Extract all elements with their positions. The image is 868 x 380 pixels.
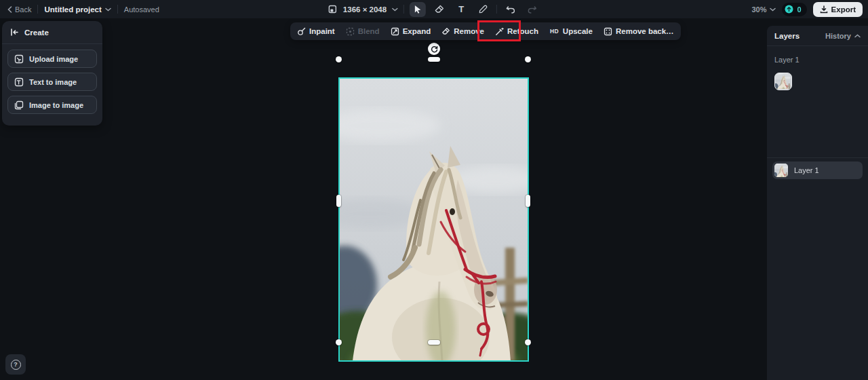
redo-icon [528, 5, 537, 14]
eraser-icon [435, 5, 444, 14]
layers-panel-title: Layers [774, 32, 800, 40]
divider [767, 157, 868, 158]
canvas-resize-icon[interactable] [328, 4, 338, 14]
chevron-left-icon [7, 6, 12, 13]
inpaint-icon [297, 27, 306, 36]
credits-badge[interactable]: 0 [782, 3, 806, 16]
undo-icon [506, 5, 515, 14]
selection-handle-bottom[interactable] [428, 340, 440, 345]
expand-button[interactable]: Expand [391, 27, 431, 36]
remove-label: Remove [454, 27, 484, 35]
selection-handle-bottom-right[interactable] [525, 339, 531, 345]
selection-handle-right[interactable] [526, 195, 530, 207]
layer-row-label: Layer 1 [794, 166, 819, 174]
export-button[interactable]: Export [813, 2, 863, 17]
selection-handle-bottom-left[interactable] [336, 339, 342, 345]
divider [403, 5, 404, 14]
layer-row[interactable]: Layer 1 [772, 162, 863, 179]
chevron-down-icon [105, 7, 111, 12]
divider [37, 5, 38, 14]
create-panel: Create Upload image Text to image Image … [2, 21, 102, 126]
canvas-size-value: 1366 × 2048 [343, 5, 387, 14]
export-label: Export [831, 5, 856, 14]
help-icon: ? [11, 360, 21, 370]
layer-thumbnail-image [774, 164, 788, 177]
upload-image-label: Upload image [29, 55, 78, 63]
redo-button[interactable] [524, 2, 540, 17]
chevron-down-icon [770, 7, 776, 12]
download-icon [820, 5, 828, 14]
inpaint-button[interactable]: Inpaint [297, 27, 335, 36]
selection-handle-top-left[interactable] [336, 56, 342, 62]
chevron-down-icon[interactable] [392, 7, 398, 12]
history-item-thumbnail[interactable] [774, 73, 792, 90]
back-label: Back [15, 5, 31, 14]
upscale-button[interactable]: HD Upscale [549, 27, 593, 35]
image-to-image-label: Image to image [29, 101, 83, 109]
project-name-menu[interactable]: Untitled project [44, 5, 111, 14]
upload-image-button[interactable]: Upload image [7, 50, 97, 68]
create-panel-title: Create [24, 28, 49, 37]
pen-icon [479, 5, 488, 14]
horse-photo [339, 78, 528, 361]
upload-image-icon [14, 54, 24, 64]
expand-icon [391, 27, 399, 36]
back-button[interactable]: Back [7, 5, 31, 14]
history-thumbnail-image [775, 73, 791, 89]
expand-label: Expand [403, 27, 431, 35]
layers-panel: Layers History Layer 1 Layer 1 [767, 26, 868, 380]
eraser-tool-button[interactable] [431, 2, 448, 17]
text-to-image-button[interactable]: Text to image [7, 73, 97, 91]
remove-background-button[interactable]: Remove back… [604, 27, 674, 36]
upscale-label: Upscale [563, 27, 593, 35]
history-item-label: Layer 1 [774, 56, 800, 64]
selection-handle-left[interactable] [336, 195, 341, 207]
divider [496, 5, 497, 14]
remove-button[interactable]: Remove [441, 27, 484, 36]
chevron-up-icon [854, 34, 861, 38]
collapse-panel-icon[interactable] [10, 28, 19, 36]
autosave-status: Autosaved [124, 5, 159, 14]
rotate-handle[interactable] [428, 43, 440, 55]
canvas-stage[interactable] [0, 18, 868, 380]
retouch-label: Retouch [507, 27, 538, 35]
draw-tool-button[interactable] [475, 2, 491, 17]
blend-icon [346, 27, 355, 36]
divider [117, 5, 118, 14]
history-toggle[interactable]: History [825, 32, 861, 40]
retouch-wand-icon [495, 27, 504, 36]
cursor-icon [414, 5, 422, 14]
text-tool-icon: T [453, 4, 469, 14]
hd-icon: HD [549, 28, 559, 35]
text-to-image-icon [14, 77, 24, 87]
zoom-level-menu[interactable]: 30% [751, 5, 776, 14]
project-name: Untitled project [44, 5, 101, 14]
layer-thumbnail [774, 164, 788, 177]
credits-count: 0 [797, 5, 801, 14]
retouch-button[interactable]: Retouch [495, 27, 538, 36]
zoom-level: 30% [751, 5, 766, 14]
canvas-layer-image[interactable] [339, 78, 528, 361]
topbar: Back Untitled project Autosaved 1366 × 2… [0, 0, 868, 18]
blend-label: Blend [358, 27, 380, 35]
history-label: History [825, 32, 851, 40]
image-to-image-icon [14, 100, 24, 110]
image-to-image-button[interactable]: Image to image [7, 96, 97, 114]
text-to-image-label: Text to image [29, 78, 77, 86]
remove-eraser-icon [441, 27, 450, 36]
selection-handle-top-right[interactable] [525, 56, 531, 62]
selection-handle-top[interactable] [428, 57, 440, 62]
credits-coin-icon [785, 5, 793, 14]
help-button[interactable]: ? [5, 354, 26, 375]
select-tool-button[interactable] [410, 2, 426, 17]
rotate-icon [431, 45, 438, 53]
inpaint-label: Inpaint [309, 27, 335, 35]
text-tool-button[interactable]: T [453, 2, 469, 17]
blend-button[interactable]: Blend [346, 27, 380, 36]
remove-background-icon [604, 27, 612, 36]
undo-button[interactable] [502, 2, 519, 17]
edit-toolbar: Inpaint Blend Expand Remove Retouch HD U… [290, 22, 681, 40]
remove-background-label: Remove back… [616, 27, 674, 35]
